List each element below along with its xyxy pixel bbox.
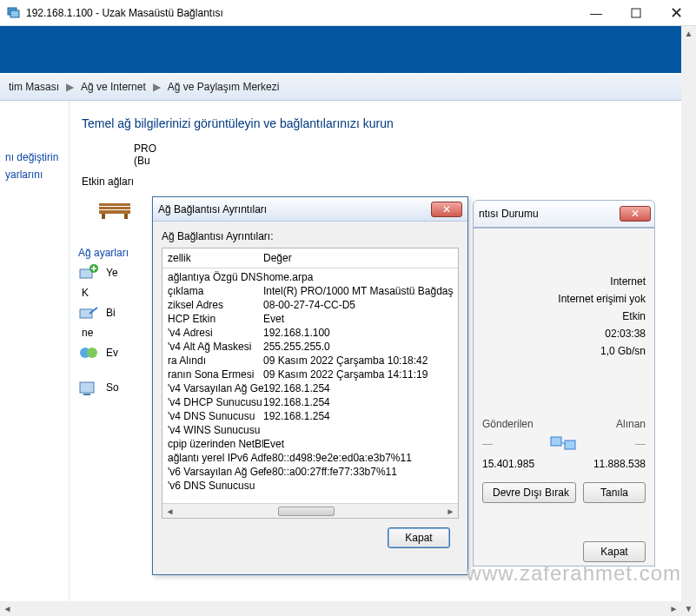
sent-label: Gönderilen (482, 418, 534, 430)
list-item[interactable]: ağlantıya Özgü DNS S…home.arpa (162, 270, 458, 284)
maximize-button[interactable] (616, 0, 656, 26)
properties-listview[interactable]: zellik Değer ağlantıya Özgü DNS S…home.a… (162, 248, 459, 519)
troubleshoot-icon[interactable] (78, 379, 99, 396)
svg-rect-1 (10, 10, 19, 17)
col-value[interactable]: Değer (263, 252, 292, 264)
status-close-button[interactable]: ✕ (620, 206, 651, 222)
dialog-subtitle: Ağ Bağlantısı Ayrıntıları: (162, 230, 459, 242)
listview-hscrollbar[interactable]: ◄ ► (162, 503, 458, 518)
activity-icon (549, 434, 579, 454)
svg-rect-4 (102, 214, 105, 219)
svg-rect-3 (99, 210, 130, 214)
close-button[interactable]: ✕ (656, 0, 696, 26)
outer-vscrollbar[interactable]: ▲ ▼ (681, 26, 696, 616)
scroll-up-icon[interactable]: ▲ (681, 26, 696, 41)
scroll-right-icon[interactable]: ► (443, 504, 458, 518)
list-item[interactable]: 'v4 Alt Ağ Maskesi255.255.255.0 (162, 340, 458, 354)
scroll-left-icon[interactable]: ◄ (162, 504, 177, 518)
list-item[interactable]: ra Alındı09 Kasım 2022 Çarşamba 10:18:42 (162, 354, 458, 368)
svg-rect-2 (632, 9, 640, 17)
rdp-icon (7, 6, 21, 20)
option-text-2[interactable]: Bi (106, 307, 116, 319)
list-item[interactable]: 'v4 Adresi192.168.1.100 (162, 326, 458, 340)
status-etkin: Etkin (622, 310, 646, 322)
breadcrumb-sharing-center[interactable]: Ağ ve Paylaşım Merkezi (164, 81, 283, 93)
status-window-titlebar[interactable]: ntısı Durumu ✕ (473, 200, 655, 228)
list-item[interactable]: 'v4 DNS Sunucusu192.168.1.254 (162, 409, 458, 423)
label-pro: PRO (134, 142, 156, 155)
connection-details-dialog: Ağ Bağlantısı Ayrıntıları ✕ Ağ Bağlantıs… (152, 196, 468, 575)
label-bu: (Bu (134, 155, 150, 167)
list-item[interactable]: ranın Sona Ermesi09 Kasım 2022 Çarşamba … (162, 368, 458, 381)
breadcrumb-network-internet[interactable]: Ağ ve Internet (77, 81, 149, 93)
status-title-text: ntısı Durumu (479, 208, 539, 220)
list-item[interactable]: cpip üzerinden NetBIO…Evet (162, 437, 458, 451)
scroll-down-icon[interactable]: ▼ (681, 601, 696, 616)
active-networks-label: Etkin ağları (82, 176, 664, 188)
svg-rect-6 (99, 203, 130, 206)
status-speed: 1,0 Gb/sn (600, 345, 646, 357)
left-link-settings[interactable]: yarlarını (5, 169, 63, 181)
scroll-thumb[interactable] (278, 507, 335, 516)
status-internet: Internet (610, 275, 646, 288)
disable-button[interactable]: Devre Dışı Bırak (482, 482, 576, 503)
outer-titlebar: 192.168.1.100 - Uzak Masaüstü Bağlantısı… (0, 0, 696, 26)
option-text-4[interactable]: So (106, 381, 119, 394)
list-item[interactable]: ziksel Adres08-00-27-74-CC-D5 (162, 298, 458, 312)
minimize-button[interactable]: — (576, 0, 616, 26)
scroll-left-icon[interactable]: ◄ (0, 601, 15, 616)
listview-header[interactable]: zellik Değer (162, 248, 458, 268)
page-heading: Temel ağ bilgilerinizi görüntüleyin ve b… (82, 116, 664, 130)
outer-hscrollbar[interactable]: ◄ ► (0, 601, 681, 616)
bytes-received: 11.888.538 (593, 458, 646, 470)
list-item[interactable]: 'v4 DHCP Sunucusu192.168.1.254 (162, 395, 458, 409)
dialog-title: Ağ Bağlantısı Ayrıntıları (158, 203, 431, 215)
svg-rect-13 (80, 382, 94, 393)
scroll-right-icon[interactable]: ► (666, 601, 681, 616)
remote-header-band (0, 26, 681, 73)
svg-line-17 (561, 442, 565, 444)
breadcrumb-bar: tim Masası ▶ Ağ ve Internet ▶ Ağ ve Payl… (0, 73, 681, 101)
left-pane: nı değiştirin yarlarını (0, 101, 70, 601)
svg-rect-16 (565, 440, 575, 449)
watermark: www.zaferahmet.com (467, 561, 681, 586)
dialog-titlebar[interactable]: Ağ Bağlantısı Ayrıntıları ✕ (153, 197, 467, 222)
status-noaccess: Internet erişimi yok (558, 293, 646, 305)
new-connection-icon[interactable] (78, 264, 99, 282)
chevron-icon: ▶ (149, 81, 164, 93)
connect-network-icon[interactable] (78, 304, 99, 321)
svg-point-12 (87, 348, 97, 358)
dialog-close-button[interactable]: Kapat (388, 527, 450, 548)
option-text-1[interactable]: Ye (106, 267, 118, 279)
svg-rect-14 (83, 394, 90, 395)
bytes-sent: 15.401.985 (482, 458, 534, 470)
list-item[interactable]: 'v4 WINS Sunucusu (162, 423, 458, 437)
svg-rect-7 (99, 207, 130, 209)
homegroup-icon[interactable] (78, 344, 99, 361)
svg-rect-15 (551, 437, 561, 446)
status-duration: 02:03:38 (605, 328, 646, 340)
left-link-change[interactable]: nı değiştirin (5, 151, 63, 163)
outer-title: 192.168.1.100 - Uzak Masaüstü Bağlantısı (26, 7, 576, 19)
list-item[interactable]: HCP EtkinEvet (162, 312, 458, 326)
remote-desktop: tim Masası ▶ Ağ ve Internet ▶ Ağ ve Payl… (0, 26, 681, 601)
dialog-close-icon[interactable]: ✕ (431, 202, 462, 217)
list-item[interactable]: 'v6 Varsayılan Ağ Geçidife80::a00:27ff:f… (162, 465, 458, 479)
col-property[interactable]: zellik (168, 252, 263, 264)
diagnose-button[interactable]: Tanıla (583, 482, 646, 503)
option-text-3[interactable]: Ev (106, 347, 118, 359)
client-area: tim Masası ▶ Ağ ve Internet ▶ Ağ ve Payl… (0, 26, 696, 616)
list-item[interactable]: ağlantı yerel IPv6 Adresife80::d498:9e2e… (162, 451, 458, 465)
bench-icon (96, 196, 134, 221)
chevron-icon: ▶ (63, 81, 77, 93)
status-window-body: Internet Internet erişimi yok Etkin 02:0… (473, 228, 655, 566)
list-item[interactable]: çıklamaIntel(R) PRO/1000 MT Masaüstü Bağ… (162, 284, 458, 298)
breadcrumb-control-panel[interactable]: tim Masası (5, 81, 63, 93)
svg-rect-5 (124, 214, 128, 219)
list-item[interactable]: 'v6 DNS Sunucusu (162, 479, 458, 493)
status-close-btn[interactable]: Kapat (583, 541, 646, 562)
list-item[interactable]: 'v4 Varsayılan Ağ Geçidi192.168.1.254 (162, 381, 458, 395)
recv-label: Alınan (616, 418, 646, 430)
